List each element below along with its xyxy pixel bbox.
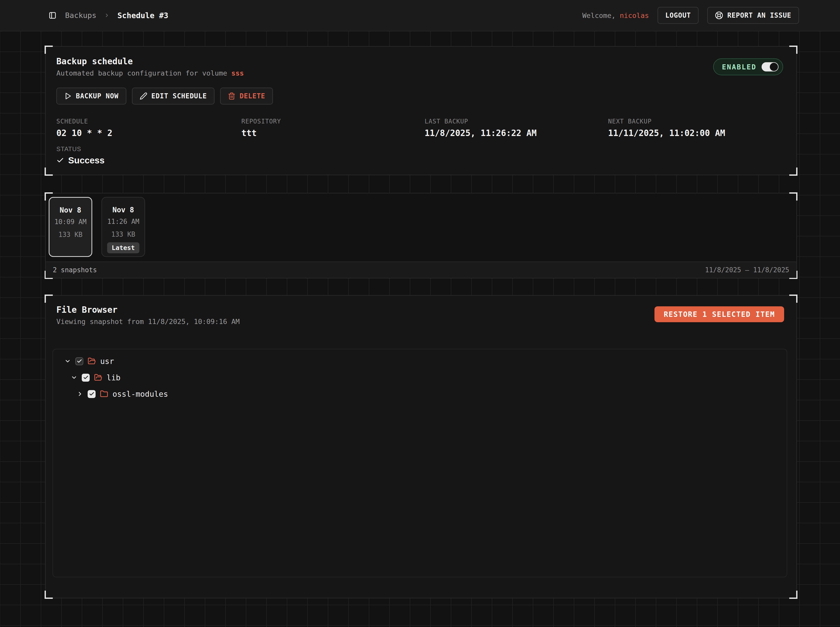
folder-icon — [100, 390, 108, 398]
report-issue-button[interactable]: REPORT AN ISSUE — [707, 7, 799, 24]
field-label: SCHEDULE — [56, 118, 242, 125]
breadcrumb-backups[interactable]: Backups — [65, 11, 96, 20]
delete-button[interactable]: DELETE — [220, 88, 273, 104]
corner-bracket — [44, 295, 53, 303]
report-issue-label: REPORT AN ISSUE — [727, 11, 791, 19]
schedule-fields: SCHEDULE 02 10 * * 2 REPOSITORY ttt LAST… — [56, 118, 725, 138]
enabled-toggle[interactable]: ENABLED — [713, 58, 783, 75]
panel-left-icon — [49, 11, 56, 19]
checkbox-ossl-modules[interactable] — [88, 390, 96, 398]
corner-bracket — [44, 167, 53, 176]
checkbox-usr[interactable] — [75, 357, 83, 365]
tree-row-usr[interactable]: usr — [53, 353, 787, 369]
snapshots-footer: 2 snapshots 11/8/2025 – 11/8/2025 — [46, 262, 796, 278]
tree-label: usr — [100, 357, 114, 366]
status-label: STATUS — [56, 145, 104, 153]
welcome-prefix: Welcome, — [582, 11, 616, 19]
field-label: REPOSITORY — [242, 118, 425, 125]
logout-label: LOGOUT — [665, 11, 691, 19]
top-bar: Backups Schedule #3 Welcome, nicolas LOG… — [0, 0, 840, 31]
breadcrumb-current: Schedule #3 — [117, 11, 168, 20]
subtitle-prefix: Automated backup configuration for volum… — [56, 69, 231, 77]
snapshot-date: Nov 8 — [60, 206, 81, 214]
backup-schedule-panel: Backup schedule Automated backup configu… — [45, 46, 797, 175]
edit-schedule-button[interactable]: EDIT SCHEDULE — [132, 88, 215, 104]
field-value: ttt — [242, 128, 425, 138]
corner-bracket — [789, 295, 797, 303]
corner-bracket — [789, 192, 797, 200]
life-buoy-icon — [715, 11, 723, 19]
folder-open-icon — [88, 357, 96, 365]
field-label: LAST BACKUP — [425, 118, 608, 125]
volume-name: sss — [231, 69, 244, 77]
field-last-backup: LAST BACKUP 11/8/2025, 11:26:22 AM — [425, 118, 608, 138]
file-browser-subtitle: Viewing snapshot from 11/8/2025, 10:09:1… — [56, 318, 240, 326]
restore-button[interactable]: RESTORE 1 SELECTED ITEM — [654, 306, 784, 322]
snapshot-time: 10:09 AM — [54, 218, 86, 226]
field-value: 11/8/2025, 11:26:22 AM — [425, 128, 608, 138]
chevron-down-icon[interactable] — [64, 358, 71, 364]
tree-label: lib — [107, 373, 120, 382]
backup-now-label: BACKUP NOW — [76, 92, 118, 100]
corner-bracket — [789, 591, 797, 599]
toggle-switch[interactable] — [762, 62, 778, 71]
snapshots-panel: Nov 8 10:09 AM 133 KB Nov 8 11:26 AM 133… — [45, 193, 797, 279]
tree-label: ossl-modules — [112, 389, 168, 399]
panel-subtitle: Automated backup configuration for volum… — [56, 69, 244, 77]
field-next-backup: NEXT BACKUP 11/11/2025, 11:02:00 AM — [608, 118, 725, 138]
sidebar-toggle-button[interactable] — [49, 11, 56, 19]
tree-row-ossl-modules[interactable]: ossl-modules — [53, 386, 787, 402]
corner-bracket — [44, 46, 53, 54]
trash-icon — [228, 92, 235, 100]
action-buttons: BACKUP NOW EDIT SCHEDULE DELETE — [56, 88, 273, 104]
corner-bracket — [789, 46, 797, 54]
file-tree: usr lib ossl-modules — [52, 349, 787, 577]
field-value: 11/11/2025, 11:02:00 AM — [608, 128, 725, 138]
play-icon — [64, 92, 72, 100]
snapshot-cards: Nov 8 10:09 AM 133 KB Nov 8 11:26 AM 133… — [49, 197, 145, 257]
snapshot-card-selected[interactable]: Nov 8 10:09 AM 133 KB — [49, 197, 92, 257]
file-browser-panel: File Browser Viewing snapshot from 11/8/… — [45, 295, 797, 598]
checkbox-lib[interactable] — [82, 374, 90, 382]
panel-title: Backup schedule — [56, 56, 133, 66]
backup-now-button[interactable]: BACKUP NOW — [56, 88, 126, 104]
snapshot-size: 133 KB — [111, 230, 135, 238]
username: nicolas — [620, 11, 649, 19]
snapshot-card[interactable]: Nov 8 11:26 AM 133 KB Latest — [101, 197, 145, 257]
pencil-icon — [140, 92, 147, 100]
folder-open-icon — [94, 373, 102, 382]
tree-row-lib[interactable]: lib — [53, 369, 787, 386]
field-status: STATUS Success — [56, 145, 104, 165]
breadcrumb: Backups Schedule #3 — [65, 11, 168, 20]
snapshot-date: Nov 8 — [112, 206, 134, 214]
field-label: NEXT BACKUP — [608, 118, 725, 125]
snapshot-date-range: 11/8/2025 – 11/8/2025 — [705, 266, 789, 274]
file-browser-title: File Browser — [56, 305, 117, 315]
field-value: 02 10 * * 2 — [56, 128, 242, 138]
welcome-text: Welcome, nicolas — [582, 11, 649, 19]
edit-schedule-label: EDIT SCHEDULE — [152, 92, 207, 100]
delete-label: DELETE — [240, 92, 265, 100]
snapshot-count: 2 snapshots — [53, 266, 97, 274]
chevron-right-icon — [104, 13, 110, 18]
logout-button[interactable]: LOGOUT — [658, 7, 699, 24]
corner-bracket — [789, 167, 797, 176]
snapshot-time: 11:26 AM — [107, 218, 139, 225]
check-icon — [56, 156, 64, 164]
status-value: Success — [68, 155, 104, 165]
chevron-right-icon[interactable] — [77, 391, 83, 397]
corner-bracket — [44, 591, 53, 599]
field-schedule: SCHEDULE 02 10 * * 2 — [56, 118, 242, 138]
latest-badge: Latest — [107, 242, 139, 253]
chevron-down-icon[interactable] — [71, 374, 77, 381]
field-repository: REPOSITORY ttt — [242, 118, 425, 138]
enabled-label: ENABLED — [722, 63, 756, 71]
snapshot-size: 133 KB — [58, 231, 82, 238]
toggle-knob — [770, 63, 778, 71]
